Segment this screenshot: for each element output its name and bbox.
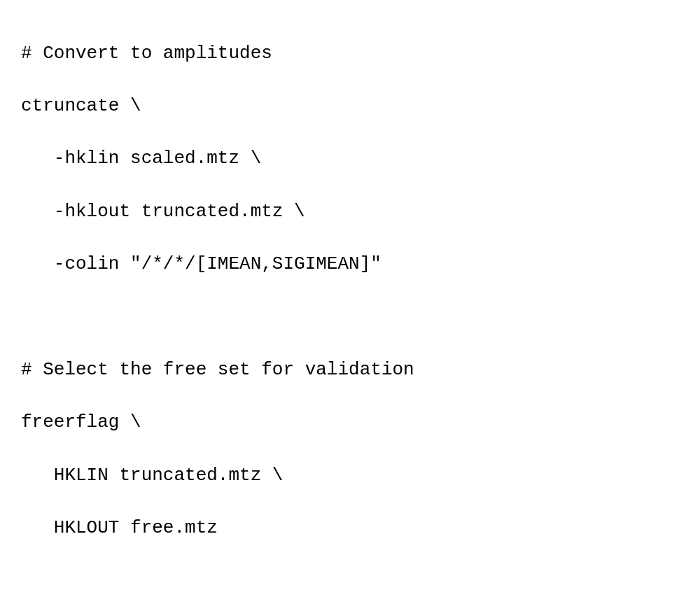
- line-8: freerflag \: [21, 412, 141, 433]
- line-3: -hklin scaled.mtz \: [21, 148, 261, 169]
- line-4: -hklout truncated.mtz \: [21, 201, 305, 222]
- code-content: # Convert to amplitudes ctruncate \ -hkl…: [21, 14, 679, 590]
- line-9: HKLIN truncated.mtz \: [21, 465, 283, 486]
- line-7: # Select the free set for validation: [21, 359, 414, 380]
- line-10: HKLOUT free.mtz: [21, 517, 218, 538]
- line-5: -colin "/*/*/[IMEAN,SIGIMEAN]": [21, 253, 382, 274]
- line-1: # Convert to amplitudes: [21, 43, 272, 64]
- line-2: ctruncate \: [21, 95, 141, 116]
